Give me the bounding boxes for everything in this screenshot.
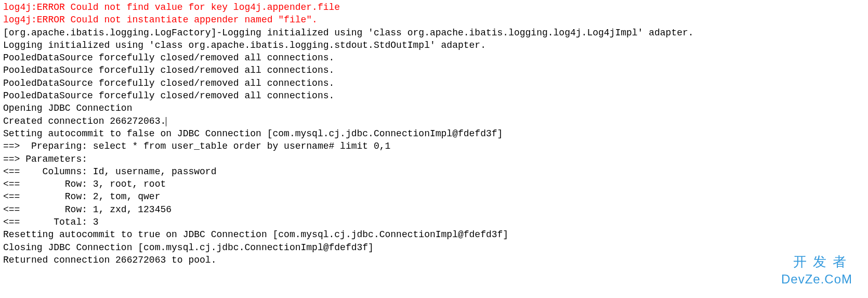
console-line: <== Columns: Id, username, password (3, 165, 865, 178)
console-line: PooledDataSource forcefully closed/remov… (3, 51, 865, 64)
console-line: PooledDataSource forcefully closed/remov… (3, 77, 865, 89)
console-line: Setting autocommit to false on JDBC Conn… (3, 127, 865, 140)
console-line: Closing JDBC Connection [com.mysql.cj.jd… (3, 241, 865, 254)
console-line: <== Row: 2, tom, qwer (3, 190, 865, 203)
console-line: PooledDataSource forcefully closed/remov… (3, 89, 865, 102)
console-line: Returned connection 266272063 to pool. (3, 254, 865, 266)
text-cursor (166, 117, 166, 126)
console-line: PooledDataSource forcefully closed/remov… (3, 64, 865, 76)
console-line: Resetting autocommit to true on JDBC Con… (3, 228, 865, 241)
console-line: Logging initialized using 'class org.apa… (3, 39, 865, 51)
console-line: log4j:ERROR Could not instantiate append… (3, 14, 865, 26)
console-line: <== Row: 3, root, root (3, 178, 865, 190)
console-lines: log4j:ERROR Could not find value for key… (3, 1, 865, 266)
console-line: [org.apache.ibatis.logging.LogFactory]-L… (3, 27, 865, 39)
console-line: <== Total: 3 (3, 216, 865, 228)
console-line: log4j:ERROR Could not find value for key… (3, 1, 865, 14)
console-line: ==> Preparing: select * from user_table … (3, 140, 865, 152)
console-line: <== Row: 1, zxd, 123456 (3, 203, 865, 216)
console-line: Opening JDBC Connection (3, 102, 865, 114)
console-line: Created connection 266272063. (3, 115, 865, 127)
console-line: ==> Parameters: (3, 153, 865, 165)
console-output[interactable]: log4j:ERROR Could not find value for key… (0, 0, 868, 298)
